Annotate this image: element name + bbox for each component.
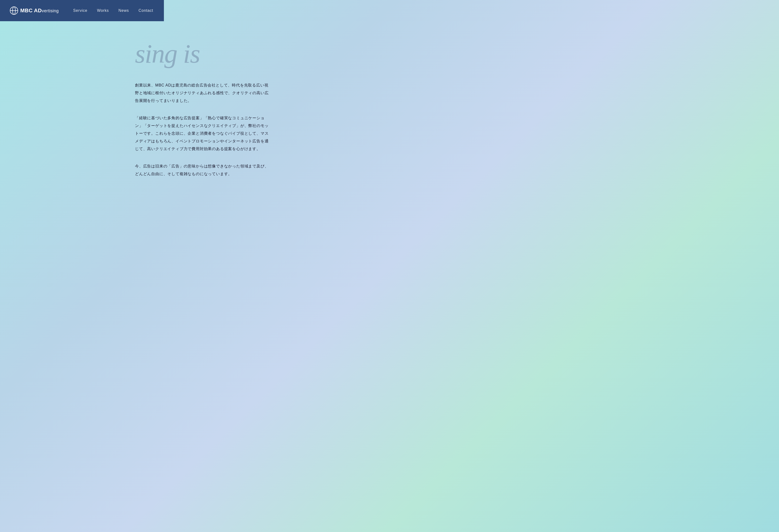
nav-link-service[interactable]: Service — [73, 8, 87, 12]
logo-icon — [10, 6, 18, 15]
nav-item-news[interactable]: News — [119, 8, 129, 13]
nav-link-works[interactable]: Works — [97, 8, 109, 12]
navbar: MBC ADvertising Service Works News Conta… — [0, 0, 164, 21]
nav-item-contact[interactable]: Contact — [138, 8, 153, 13]
hero-text: sing is — [135, 41, 390, 67]
nav-item-service[interactable]: Service — [73, 8, 87, 13]
paragraph-2: 「経験に基づいた多角的な広告提案」「熟心で確実なコミュニケーション」「ターゲット… — [135, 114, 270, 153]
logo-text: MBC ADvertising — [20, 7, 59, 14]
nav-item-works[interactable]: Works — [97, 8, 109, 13]
paragraph-1: 創業以来、MBC ADは鹿児島の総合広告会社として、時代を先取る広い視野と地域に… — [135, 81, 270, 105]
body-section: 創業以来、MBC ADは鹿児島の総合広告会社として、時代を先取る広い視野と地域に… — [135, 81, 270, 178]
logo[interactable]: MBC ADvertising — [10, 6, 59, 15]
nav-link-news[interactable]: News — [119, 8, 129, 12]
paragraph-3: 今、広告は旧来の「広告」の意味からは想像できなかった領域まで及び、どんどん自由に… — [135, 162, 270, 178]
nav-links: Service Works News Contact — [73, 8, 153, 13]
nav-link-contact[interactable]: Contact — [138, 8, 153, 12]
main-content: sing is 創業以来、MBC ADは鹿児島の総合広告会社として、時代を先取る… — [0, 21, 390, 197]
